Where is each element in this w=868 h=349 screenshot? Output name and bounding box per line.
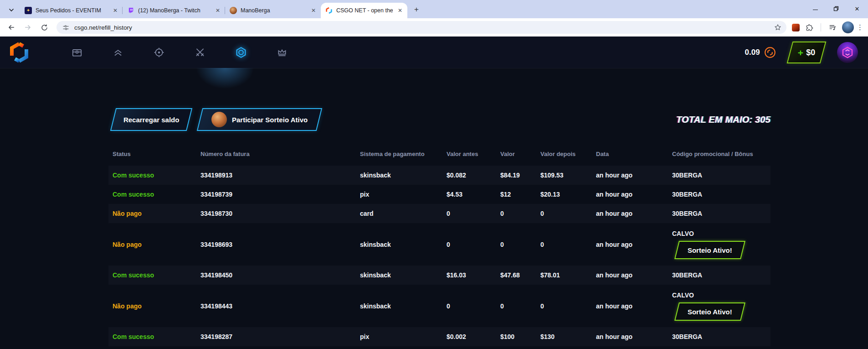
- participar-sorteio-button[interactable]: Participar Sorteio Ativo: [197, 108, 323, 131]
- browser-profile-avatar[interactable]: [842, 21, 854, 33]
- nav-item-vip[interactable]: [262, 36, 303, 68]
- tab-close-icon[interactable]: ✕: [112, 7, 119, 14]
- raffle-avatar: [211, 112, 227, 127]
- plus-icon: +: [798, 48, 803, 57]
- browser-menu-button[interactable]: ⋮: [857, 23, 863, 31]
- value-before: $4.53: [447, 191, 500, 198]
- header-after: Valor depois: [540, 151, 596, 157]
- status-badge: Não pago: [113, 302, 200, 310]
- date: an hour ago: [596, 210, 672, 217]
- tab-title: (12) ManoBerga - Twitch: [138, 7, 211, 14]
- value: $12: [500, 191, 540, 198]
- target-icon: [153, 47, 165, 58]
- value-before: $16.03: [447, 271, 500, 279]
- url-text[interactable]: csgo.net/refill_history: [74, 24, 769, 31]
- date: an hour ago: [596, 271, 672, 279]
- promo-code: CALVO: [672, 230, 694, 237]
- close-window-button[interactable]: ✕: [853, 4, 862, 13]
- deposit-amount: $0: [806, 48, 815, 57]
- header-value: Valor: [500, 151, 540, 157]
- extension-thumbnail-icon[interactable]: [792, 24, 800, 31]
- address-bar[interactable]: csgo.net/refill_history: [56, 21, 786, 34]
- recarregar-saldo-label: Recarregar saldo: [123, 116, 180, 124]
- payment-system: skinsback: [360, 271, 447, 279]
- back-button[interactable]: [5, 21, 18, 34]
- avatar-hexagon-glyph: [841, 46, 854, 59]
- nav-item-battles[interactable]: [180, 36, 221, 68]
- tab-close-icon[interactable]: ✕: [214, 7, 221, 14]
- reload-icon: [40, 23, 49, 32]
- site-navbar: 0.09 + $0: [0, 36, 868, 68]
- invoice-number: 334198443: [200, 302, 360, 310]
- status-badge: Com sucesso: [113, 333, 200, 340]
- media-controls-button[interactable]: [826, 21, 839, 34]
- window-controls: ✕: [804, 0, 868, 17]
- nav-item-target[interactable]: [139, 36, 180, 68]
- coin-icon: [764, 47, 776, 58]
- new-tab-button[interactable]: +: [410, 3, 423, 16]
- avatar-favicon: [230, 7, 237, 14]
- nav-item-refill-active[interactable]: [221, 36, 262, 68]
- value-after: 0: [540, 302, 596, 310]
- value-before: $0.002: [447, 333, 500, 340]
- tab-twitch[interactable]: (12) ManoBerga - Twitch ✕: [123, 3, 225, 18]
- tab-search-button[interactable]: [5, 4, 18, 16]
- browser-window: ✦ Seus Pedidos - EVENTIM ✕ (12) ManoBerg…: [0, 0, 868, 349]
- value: 0: [500, 210, 540, 217]
- tab-eventim[interactable]: ✦ Seus Pedidos - EVENTIM ✕: [20, 3, 123, 18]
- restore-button[interactable]: [832, 4, 841, 13]
- toolbar-divider: [821, 23, 821, 31]
- value-before: 0: [447, 302, 500, 310]
- payment-system: skinsback: [360, 241, 447, 248]
- reload-button[interactable]: [37, 21, 51, 34]
- table-row: Com sucesso 334198739 pix $4.53 $12 $20.…: [108, 185, 770, 204]
- forward-button[interactable]: [21, 21, 35, 34]
- payment-system: pix: [360, 333, 447, 340]
- table-row: Com sucesso 334198450 skinsback $16.03 $…: [108, 266, 770, 285]
- date: an hour ago: [596, 241, 672, 248]
- minimize-button[interactable]: [811, 4, 820, 13]
- browser-titlebar: ✦ Seus Pedidos - EVENTIM ✕ (12) ManoBerg…: [0, 0, 868, 18]
- recarregar-saldo-button[interactable]: Recarregar saldo: [110, 108, 192, 131]
- date: an hour ago: [596, 172, 672, 179]
- crossed-swords-icon: [194, 47, 206, 58]
- value-before: 0: [447, 210, 500, 217]
- sorteio-ativo-button[interactable]: Sorteio Ativo!: [674, 241, 745, 259]
- date: an hour ago: [596, 302, 672, 310]
- header-before: Valor antes: [447, 151, 500, 157]
- extensions-button[interactable]: [802, 21, 816, 34]
- header-system: Sistema de pagamento: [360, 151, 447, 157]
- value-after: 0: [540, 210, 596, 217]
- payment-system: skinsback: [360, 302, 447, 310]
- tab-close-icon[interactable]: ✕: [396, 7, 404, 14]
- csgonet-logo[interactable]: [8, 42, 30, 63]
- refill-history-table: Status Número da fatura Sistema de pagam…: [108, 151, 770, 346]
- back-icon: [7, 23, 16, 32]
- bookmark-star-icon[interactable]: [774, 23, 782, 31]
- sorteio-ativo-button[interactable]: Sorteio Ativo!: [674, 302, 745, 321]
- double-chevron-up-icon: [112, 47, 124, 58]
- status-badge: Com sucesso: [113, 271, 200, 279]
- table-row: Não pago 334198693 skinsback 0 0 0 an ho…: [108, 223, 770, 266]
- tab-title: CSGO NET - open the best CS:G: [336, 7, 393, 14]
- media-playlist-icon: [828, 23, 837, 32]
- participar-sorteio-label: Participar Sorteio Ativo: [232, 116, 308, 124]
- promo-code: 30BERGA: [672, 271, 770, 279]
- promo-cell: CALVO Sorteio Ativo!: [672, 288, 770, 324]
- tab-close-icon[interactable]: ✕: [310, 7, 317, 14]
- value-after: $78.01: [540, 271, 596, 279]
- status-badge: Não pago: [113, 241, 200, 248]
- nav-item-upgrade[interactable]: [98, 36, 139, 68]
- tab-csgonet-active[interactable]: CSGO NET - open the best CS:G ✕: [321, 3, 407, 18]
- tab-manoberga[interactable]: ManoBerga ✕: [225, 3, 321, 18]
- deposit-button[interactable]: + $0: [786, 42, 826, 63]
- twitch-favicon: [127, 7, 134, 14]
- site-info-icon[interactable]: [62, 24, 70, 31]
- user-avatar[interactable]: [837, 42, 858, 63]
- nav-item-cases[interactable]: [56, 36, 98, 68]
- value: $84.19: [500, 172, 540, 179]
- header-date: Data: [596, 151, 672, 157]
- value-after: 0: [540, 241, 596, 248]
- date: an hour ago: [596, 191, 672, 198]
- chevron-down-icon: [9, 8, 14, 12]
